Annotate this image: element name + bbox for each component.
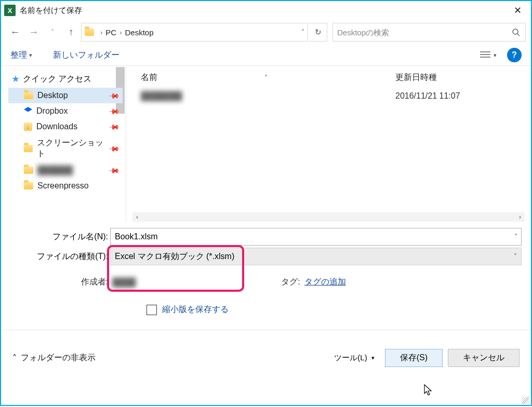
excel-icon: X: [4, 5, 16, 16]
svg-rect-2: [480, 51, 490, 52]
author-value[interactable]: ████: [112, 278, 136, 287]
nav-forward-icon: →: [25, 23, 43, 41]
breadcrumb-desktop[interactable]: Desktop: [125, 28, 154, 37]
save-button[interactable]: 保存(S): [385, 349, 443, 367]
chevron-up-icon: ˄: [12, 353, 17, 363]
pin-icon: 📌: [108, 142, 120, 154]
chevron-right-icon: ›: [119, 29, 122, 36]
sidebar-item-blurred[interactable]: ██████ 📌: [8, 162, 123, 178]
view-options-button[interactable]: ▾: [480, 51, 497, 59]
sidebar-item-downloads[interactable]: ↓ Downloads 📌: [8, 119, 123, 134]
tools-menu[interactable]: ツール(L) ▾: [334, 353, 374, 363]
author-label: 作成者:: [6, 277, 112, 288]
cancel-button-label: キャンセル: [463, 352, 504, 363]
downloads-icon: ↓: [24, 123, 32, 131]
sidebar-item-desktop[interactable]: Desktop 📌: [8, 88, 123, 103]
toolbar: 整理 ▾ 新しいフォルダー ▾ ?: [1, 45, 531, 66]
folder-icon: [85, 29, 94, 36]
breadcrumb-pc[interactable]: PC: [105, 28, 116, 37]
hide-folders-toggle[interactable]: ˄ フォルダーの非表示: [12, 352, 96, 363]
close-button[interactable]: ✕: [504, 1, 531, 20]
organize-menu[interactable]: 整理 ▾: [10, 50, 32, 61]
organize-label: 整理: [10, 50, 27, 61]
col-modified-header[interactable]: 更新日時: [395, 72, 429, 83]
horizontal-scrollbar[interactable]: ‹ ›: [132, 212, 525, 222]
sidebar-item-label: スクリーンショット: [37, 138, 105, 159]
sidebar-item-label: Dropbox: [36, 106, 68, 116]
svg-rect-4: [480, 57, 490, 58]
add-tag-link[interactable]: タグの追加: [304, 277, 346, 288]
col-type-header[interactable]: 種: [429, 72, 437, 83]
search-input[interactable]: [333, 28, 507, 37]
filetype-value: Excel マクロ有効ブック (*.xlsm): [115, 251, 234, 262]
thumbnail-checkbox[interactable]: [147, 305, 157, 315]
help-button[interactable]: ?: [507, 48, 522, 62]
nav-back-icon[interactable]: ←: [6, 23, 24, 41]
col-name-header[interactable]: 名前: [141, 72, 157, 83]
sidebar-item-screenpresso[interactable]: Screenpresso: [8, 178, 123, 194]
search-box[interactable]: [332, 23, 526, 42]
refresh-button[interactable]: ↻: [309, 23, 327, 42]
chevron-right-icon: ›: [100, 29, 102, 36]
thumbnail-checkbox-label[interactable]: 縮小版を保存する: [162, 304, 229, 315]
nav-up-icon[interactable]: ↑: [62, 23, 80, 41]
folder-icon: [24, 167, 33, 174]
pin-icon: 📌: [108, 105, 120, 117]
pin-icon: 📌: [108, 164, 120, 176]
file-modified-cell: 2016/11/21 11:07: [395, 91, 514, 101]
sidebar-item-label: Desktop: [37, 91, 68, 100]
filetype-label: ファイルの種類(T):: [6, 251, 110, 262]
sidebar-item-dropbox[interactable]: Dropbox 📌: [8, 103, 123, 119]
search-icon[interactable]: [507, 28, 525, 36]
star-icon: ★: [11, 73, 20, 85]
sidebar-item-label: Screenpresso: [37, 181, 89, 191]
file-name-cell: ███████: [141, 91, 395, 101]
quick-access-label: クイック アクセス: [23, 74, 91, 85]
nav-bar: ← → ˅ ↑ › PC › Desktop ˅ ↻: [1, 20, 531, 45]
dropbox-icon: [24, 107, 32, 115]
nav-recent-icon[interactable]: ˅: [44, 23, 61, 41]
column-headers[interactable]: 名前 ˄ 更新日時 種: [126, 66, 531, 89]
hide-folders-label: フォルダーの非表示: [21, 352, 96, 363]
file-row[interactable]: ███████ 2016/11/21 11:07: [126, 89, 531, 103]
pin-icon: 📌: [108, 89, 120, 101]
scroll-left-icon[interactable]: ‹: [132, 213, 142, 221]
filename-input[interactable]: [110, 228, 522, 246]
cancel-button[interactable]: キャンセル: [448, 349, 520, 367]
folder-icon: [24, 92, 33, 99]
sidebar-item-label: Downloads: [36, 122, 77, 131]
tools-label: ツール(L): [334, 353, 367, 363]
chevron-down-icon[interactable]: ˅: [514, 233, 517, 240]
svg-line-1: [517, 34, 520, 36]
breadcrumb-dropdown-icon[interactable]: ˅: [301, 29, 304, 36]
folder-icon: [24, 182, 33, 189]
quick-access-root[interactable]: ★ クイック アクセス: [8, 70, 123, 88]
breadcrumb[interactable]: › PC › Desktop ˅: [81, 23, 308, 42]
scroll-right-icon[interactable]: ›: [515, 213, 525, 221]
file-pane: 名前 ˄ 更新日時 種 ███████ 2016/11/21 11:07 ‹ ›: [126, 66, 531, 222]
filename-label: ファイル名(N):: [6, 232, 110, 242]
sidebar: ★ クイック アクセス Desktop 📌 Dropbox 📌 ↓ Downlo…: [1, 66, 126, 222]
new-folder-label: 新しいフォルダー: [53, 50, 119, 61]
sort-indicator-icon: ˄: [264, 74, 268, 82]
sidebar-item-screenshots[interactable]: スクリーンショット 📌: [8, 134, 123, 162]
svg-point-0: [513, 29, 518, 34]
resize-grip-icon[interactable]: [522, 397, 529, 404]
tags-label: タグ:: [281, 277, 300, 288]
folder-icon: [24, 145, 33, 152]
title-bar: X 名前を付けて保存 ✕: [0, 0, 532, 20]
new-folder-button[interactable]: 新しいフォルダー: [53, 50, 119, 61]
chevron-down-icon: ˅: [514, 253, 517, 260]
sidebar-item-label: ██████: [37, 166, 73, 175]
pin-icon: 📌: [108, 120, 120, 132]
svg-rect-3: [480, 54, 490, 55]
filetype-select[interactable]: Excel マクロ有効ブック (*.xlsm) ˅: [110, 248, 522, 265]
save-button-label: 保存(S): [400, 352, 428, 363]
window-title: 名前を付けて保存: [20, 6, 504, 16]
